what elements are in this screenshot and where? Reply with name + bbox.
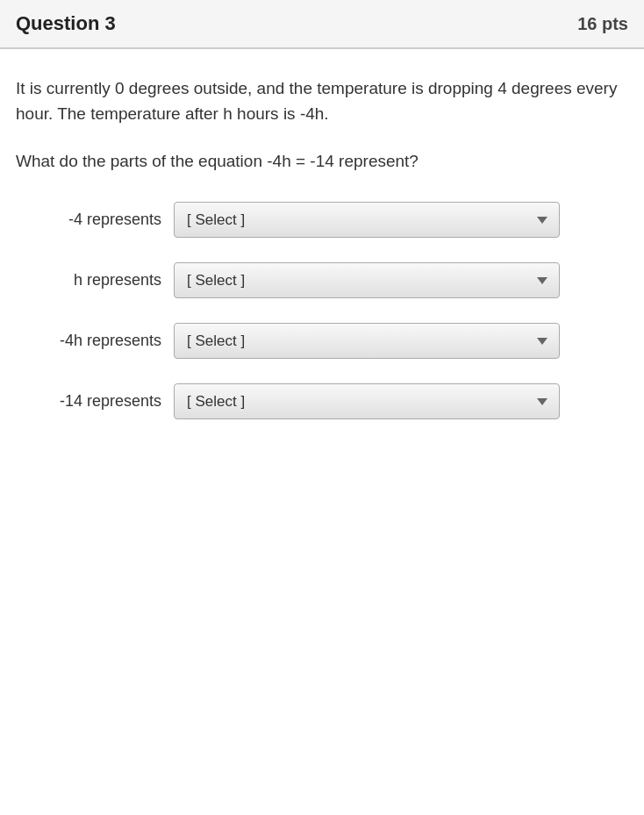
row-label-4: -14 represents [16,392,174,411]
question-body: It is currently 0 degrees outside, and t… [0,49,644,461]
select-4[interactable]: [ Select ] [174,383,560,419]
row-label-1: -4 represents [16,211,174,229]
row-label-3: -4h represents [16,332,174,350]
answer-row-2: h represents [ Select ] [16,262,628,298]
select-wrapper-2: [ Select ] [174,262,560,298]
answer-row-4: -14 represents [ Select ] [16,383,628,419]
answer-row-1: -4 represents [ Select ] [16,202,628,238]
question-points: 16 pts [577,14,628,34]
select-3[interactable]: [ Select ] [174,323,560,359]
select-wrapper-4: [ Select ] [174,383,560,419]
select-wrapper-1: [ Select ] [174,202,560,238]
problem-text: It is currently 0 degrees outside, and t… [16,75,628,127]
row-label-2: h represents [16,271,174,290]
question-title: Question 3 [16,12,116,35]
select-wrapper-3: [ Select ] [174,323,560,359]
answer-row-3: -4h represents [ Select ] [16,323,628,359]
question-header: Question 3 16 pts [0,0,644,49]
select-1[interactable]: [ Select ] [174,202,560,238]
select-2[interactable]: [ Select ] [174,262,560,298]
question-text: What do the parts of the equation -4h = … [16,148,628,174]
